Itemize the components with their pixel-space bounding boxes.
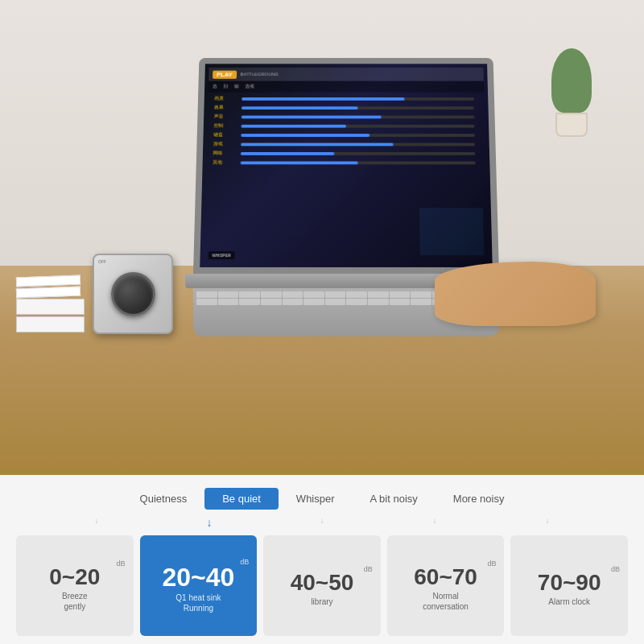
screen-content: PLAY BATTLEGROUND 选 别 辅 选项 画质 xyxy=(200,64,493,267)
arrow-quietness: ↓ xyxy=(40,516,153,529)
setting-row: 网络 xyxy=(213,150,480,157)
product-photo: OFF PLAY BATTLEGROUND 选 别 辅 选项 xyxy=(0,0,644,475)
db-value: 0~20 xyxy=(49,566,100,588)
key xyxy=(303,291,324,298)
mode-tab-whisper[interactable]: Whisper xyxy=(279,488,353,510)
setting-row: 控制 xyxy=(213,122,478,129)
value-row: 20~40 xyxy=(162,564,234,590)
db-desc: library xyxy=(311,597,332,607)
card-more-noisy: dB 70~90 Alarm clock xyxy=(510,535,628,636)
screen-top-bar: PLAY BATTLEGROUND xyxy=(208,68,484,81)
value-cards: dB 0~20 Breezegently dB 20~40 Q1 heat si… xyxy=(0,532,644,644)
key xyxy=(303,299,324,305)
setting-row: 游戏 xyxy=(213,141,479,148)
db-value: 20~40 xyxy=(162,564,234,590)
key xyxy=(283,299,303,305)
key xyxy=(411,291,431,298)
screen-ui: PLAY BATTLEGROUND 选 别 辅 选项 画质 xyxy=(204,68,488,263)
key xyxy=(390,299,411,305)
key xyxy=(218,291,239,298)
setting-row: 效果 xyxy=(214,104,478,110)
plant-decoration xyxy=(547,48,596,137)
book xyxy=(16,316,85,332)
key xyxy=(196,291,217,298)
key xyxy=(325,299,346,305)
db-value: 40~50 xyxy=(291,572,354,594)
book xyxy=(16,299,85,315)
laptop-screen: PLAY BATTLEGROUND 选 别 辅 选项 画质 xyxy=(193,58,499,274)
key xyxy=(261,291,282,298)
hand-shape xyxy=(435,262,596,326)
key xyxy=(411,299,431,305)
screen-settings: 画质 效果 声音 控制 xyxy=(206,93,485,171)
card-whisper: dB 40~50 library xyxy=(263,535,381,636)
key xyxy=(368,299,389,305)
card-be-quiet: dB 20~40 Q1 heat sinkRunning xyxy=(140,535,258,636)
key xyxy=(196,299,217,305)
key xyxy=(325,291,346,298)
mode-tabs: Quietness Be quiet Whisper A bit noisy M… xyxy=(0,475,644,516)
db-desc: Normalconversation xyxy=(423,591,469,612)
arrow-more-noisy: ↓ xyxy=(491,516,604,529)
db-desc: Alarm clock xyxy=(548,597,590,607)
setting-row: 声音 xyxy=(214,114,479,120)
db-desc: Q1 heat sinkRunning xyxy=(175,592,221,613)
mode-tab-a-bit-noisy[interactable]: A bit noisy xyxy=(353,488,436,510)
paper-sheet xyxy=(16,287,80,299)
db-value: 60~70 xyxy=(414,566,477,588)
paper-stack xyxy=(16,276,89,334)
screen-menu: 选 别 辅 选项 xyxy=(208,81,484,93)
value-row: 40~50 xyxy=(291,572,354,594)
mode-tab-be-quiet[interactable]: Be quiet xyxy=(204,488,279,510)
setting-row: 键盘 xyxy=(213,131,479,138)
arrow-row: ↓ ↓ ↓ ↓ ↓ xyxy=(0,516,644,532)
plant-pot xyxy=(555,113,588,137)
screen-title: BATTLEGROUND xyxy=(240,72,278,76)
key xyxy=(346,299,367,305)
cooler-label: OFF xyxy=(98,259,106,264)
setting-row: 其他 xyxy=(213,159,479,167)
value-row: 70~90 xyxy=(538,572,601,594)
arrow-a-bit-noisy: ↓ xyxy=(378,516,491,529)
info-panel: Quietness Be quiet Whisper A bit noisy M… xyxy=(0,475,644,644)
db-value: 70~90 xyxy=(538,572,601,594)
key xyxy=(283,291,303,298)
plant-leaves xyxy=(551,48,592,113)
key xyxy=(239,291,260,298)
key xyxy=(218,299,239,305)
value-row: 0~20 xyxy=(49,566,100,588)
paper-sheet xyxy=(16,275,80,287)
menu-item: 辅 xyxy=(234,83,239,89)
key xyxy=(239,299,260,305)
play-badge: PLAY xyxy=(213,70,237,78)
card-quietness: dB 0~20 Breezegently xyxy=(16,535,134,636)
key xyxy=(390,291,411,298)
arrow-be-quiet: ↓ xyxy=(153,516,266,529)
menu-item: 别 xyxy=(223,83,228,89)
mode-tab-more-noisy[interactable]: More noisy xyxy=(436,488,522,510)
key xyxy=(261,299,282,305)
player-name-badge: WHISPER xyxy=(208,251,234,259)
hand xyxy=(435,262,612,342)
arrow-whisper: ↓ xyxy=(266,516,378,529)
game-overlay xyxy=(419,208,485,255)
menu-item: 选项 xyxy=(245,83,254,89)
menu-item: 选 xyxy=(213,83,217,89)
value-row: 60~70 xyxy=(414,566,477,588)
key xyxy=(346,291,367,298)
key xyxy=(368,291,389,298)
card-a-bit-noisy: dB 60~70 Normalconversation xyxy=(387,535,505,636)
setting-row: 画质 xyxy=(214,95,477,101)
mode-tab-quietness[interactable]: Quietness xyxy=(122,488,205,510)
db-desc: Breezegently xyxy=(62,591,88,612)
